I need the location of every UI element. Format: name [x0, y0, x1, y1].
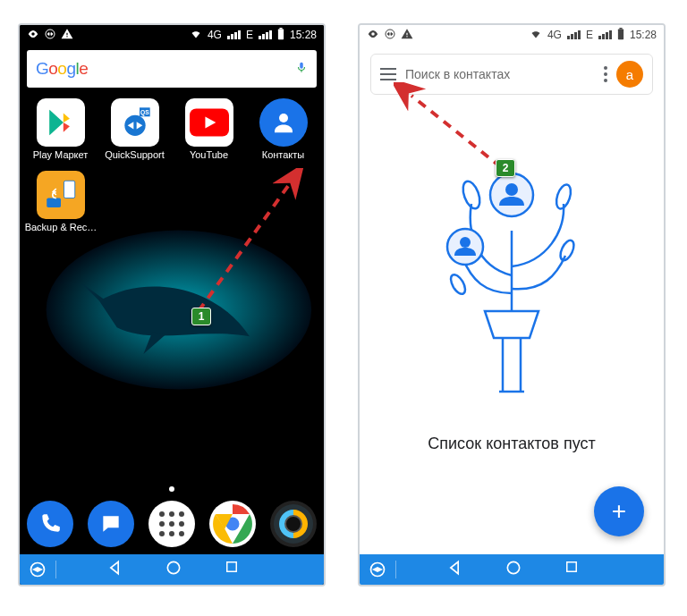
svg-point-8 [279, 114, 288, 122]
app-drawer-icon [159, 511, 184, 536]
svg-point-16 [285, 516, 301, 532]
status-time: 15:28 [290, 29, 317, 41]
nav-recent-button[interactable] [564, 559, 580, 580]
wifi-icon [190, 29, 202, 42]
quicksupport-icon: QS [111, 98, 159, 147]
warning-icon [401, 28, 413, 43]
wallpaper [20, 195, 324, 460]
phone-home-screen: 4G E 15:28 Google Play Маркет [18, 23, 326, 586]
app-label: YouTube [172, 149, 246, 160]
contacts-icon [259, 98, 308, 147]
network-extra-label: E [246, 29, 253, 41]
svg-rect-2 [279, 28, 282, 30]
play-store-icon [37, 98, 85, 147]
app-label: QuickSupport [98, 149, 172, 160]
svg-rect-1 [278, 29, 284, 39]
annotation-badge-2: 2 [496, 159, 515, 177]
signal-icon-2 [259, 30, 272, 39]
add-contact-fab[interactable]: + [594, 486, 644, 536]
app-contacts[interactable]: Контакты [246, 93, 320, 165]
svg-point-33 [507, 561, 519, 573]
dock-messages[interactable] [88, 501, 134, 547]
app-quicksupport[interactable]: QS QuickSupport [98, 93, 172, 165]
empty-state-illustration [422, 150, 601, 401]
svg-point-27 [460, 237, 471, 248]
svg-point-18 [167, 561, 179, 573]
battery-icon [617, 28, 624, 43]
account-avatar[interactable]: a [616, 61, 643, 88]
google-search-bar[interactable]: Google [27, 50, 317, 88]
battery-icon [277, 28, 284, 43]
more-options-button[interactable] [604, 66, 607, 82]
app-youtube[interactable]: YouTube [172, 93, 246, 165]
svg-rect-23 [619, 28, 622, 30]
nav-teamviewer-icon[interactable] [360, 561, 395, 578]
signal-icon [567, 30, 581, 39]
nav-teamviewer-icon[interactable] [20, 561, 55, 578]
svg-rect-34 [566, 562, 576, 572]
network-label: 4G [208, 29, 222, 41]
youtube-icon [185, 98, 233, 147]
svg-point-25 [505, 183, 518, 196]
nav-home-button[interactable] [505, 559, 522, 580]
network-extra-label: E [586, 29, 593, 41]
hamburger-menu-button[interactable] [380, 68, 396, 80]
nav-back-button[interactable] [106, 559, 123, 580]
dock-camera[interactable] [270, 501, 317, 547]
eye-icon [367, 28, 379, 43]
nav-recent-button[interactable] [224, 559, 240, 580]
navigation-bar [20, 554, 324, 585]
plus-icon: + [612, 497, 626, 526]
dock-app-drawer[interactable] [148, 501, 195, 547]
annotation-badge-1: 1 [191, 308, 211, 325]
svg-point-28 [460, 179, 483, 211]
mic-icon[interactable] [295, 59, 308, 79]
dock [20, 494, 324, 554]
svg-point-30 [448, 273, 468, 297]
warning-icon [61, 28, 73, 43]
app-label: Play Маркет [23, 149, 98, 160]
status-bar: 4G E 15:28 [20, 25, 324, 45]
nav-back-button[interactable] [445, 559, 463, 580]
svg-point-31 [557, 239, 576, 263]
navigation-bar [360, 554, 664, 585]
svg-text:QS: QS [140, 109, 149, 116]
svg-rect-22 [618, 29, 623, 39]
signal-icon [227, 30, 241, 39]
network-label: 4G [547, 29, 562, 41]
teamviewer-status-icon [385, 29, 395, 42]
app-label: Контакты [246, 149, 320, 160]
page-indicator [169, 486, 174, 492]
app-play-market[interactable]: Play Маркет [23, 93, 98, 165]
svg-point-29 [554, 183, 573, 211]
signal-icon-2 [598, 30, 612, 39]
dock-chrome[interactable] [209, 501, 256, 547]
contacts-search-bar[interactable]: Поиск в контактах a [370, 54, 653, 95]
wifi-icon [530, 29, 542, 42]
svg-rect-19 [226, 562, 236, 572]
status-time: 15:28 [630, 29, 657, 41]
eye-icon [27, 28, 39, 43]
status-bar: 4G E 15:28 [360, 25, 664, 45]
google-logo: Google [36, 59, 88, 79]
nav-home-button[interactable] [165, 559, 182, 580]
phone-contacts-screen: 4G E 15:28 Поиск в контактах a [358, 23, 666, 586]
search-placeholder[interactable]: Поиск в контактах [405, 67, 595, 81]
teamviewer-status-icon [45, 29, 55, 42]
dock-phone[interactable] [27, 501, 73, 547]
empty-state-text: Список контактов пуст [360, 435, 664, 453]
